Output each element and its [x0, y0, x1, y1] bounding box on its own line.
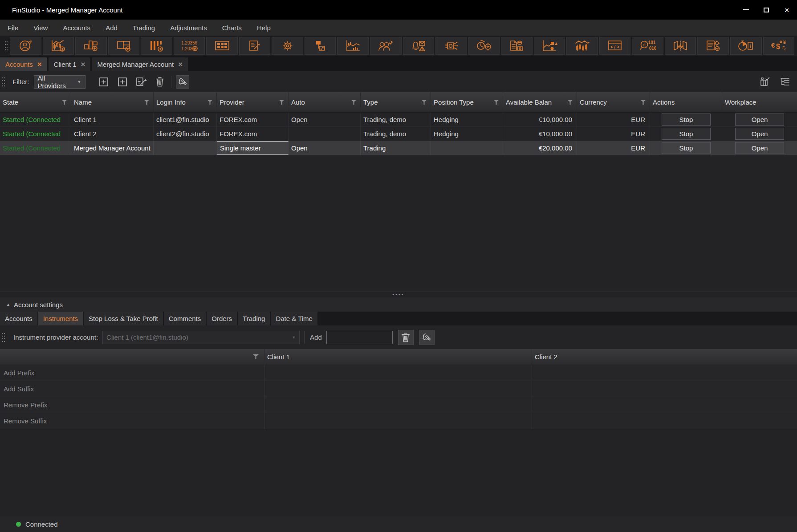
- open-workplace-button[interactable]: Open: [735, 128, 784, 140]
- cell-provider[interactable]: FOREX.com: [217, 127, 289, 141]
- code-editor-button[interactable]: < / >: [599, 37, 631, 55]
- new-chart-button[interactable]: [43, 37, 74, 55]
- new-workspace-button[interactable]: [108, 37, 140, 55]
- table-view-button[interactable]: [206, 37, 238, 55]
- settings-tab-accounts[interactable]: Accounts: [0, 312, 37, 325]
- instrument-rule-row[interactable]: Add Suffix: [0, 381, 797, 397]
- menu-trading[interactable]: Trading: [125, 20, 163, 36]
- column-header-rule[interactable]: [0, 349, 264, 365]
- cell-state[interactable]: Started (Connected: [0, 141, 71, 155]
- instrument-rule-row[interactable]: Remove Suffix: [0, 413, 797, 429]
- provider-toolbar-drag-handle[interactable]: [2, 332, 5, 343]
- provider-filter-dropdown[interactable]: All Providers ▼: [34, 75, 85, 89]
- cell-state[interactable]: Started (Connected: [0, 127, 71, 141]
- maximize-button[interactable]: [756, 0, 777, 20]
- column-header-position-type[interactable]: Position Type: [431, 92, 503, 112]
- menu-add[interactable]: Add: [98, 20, 125, 36]
- cell-position-type[interactable]: Hedging: [431, 113, 503, 126]
- filter-funnel-icon[interactable]: [640, 100, 646, 105]
- cell-currency[interactable]: EUR: [577, 113, 650, 126]
- settings-tab-date-time[interactable]: Date & Time: [271, 312, 317, 325]
- filter-funnel-icon[interactable]: [279, 100, 285, 105]
- open-workplace-button[interactable]: Open: [735, 142, 784, 154]
- add-account-button[interactable]: [97, 75, 110, 89]
- cell-position-type[interactable]: [431, 141, 503, 155]
- cell-type[interactable]: Trading: [361, 141, 431, 155]
- cell-login[interactable]: client1@fin.studio: [154, 113, 217, 126]
- cell-auto[interactable]: [289, 127, 361, 141]
- stop-button[interactable]: Stop: [662, 142, 711, 154]
- scheduler-button[interactable]: [468, 37, 500, 55]
- instrument-rule-row[interactable]: Add Prefix: [0, 365, 797, 381]
- filter-funnel-icon[interactable]: [351, 100, 357, 105]
- cell-available-balance[interactable]: €20,000.00: [503, 141, 577, 155]
- column-header-client-1[interactable]: Client 1: [264, 349, 532, 365]
- cell-name[interactable]: Merged Manager Account: [71, 141, 154, 155]
- collapse-triangle-icon[interactable]: ▲: [6, 302, 10, 307]
- cell-provider-focused[interactable]: Single master: [217, 141, 289, 155]
- column-header-type[interactable]: Type: [361, 92, 431, 112]
- toolbar-drag-handle[interactable]: [4, 41, 8, 51]
- org-structure-button[interactable]: [305, 37, 336, 55]
- column-header-name[interactable]: Name: [71, 92, 154, 112]
- add-instrument-input[interactable]: [326, 331, 393, 344]
- open-workplace-button[interactable]: Open: [735, 114, 784, 126]
- reports-button[interactable]: [501, 37, 533, 55]
- instrument-tools-button[interactable]: [419, 330, 435, 345]
- column-header-provider[interactable]: Provider: [217, 92, 289, 112]
- minimize-button[interactable]: [736, 0, 756, 20]
- delete-instrument-button[interactable]: [398, 330, 414, 345]
- instrument-provider-dropdown[interactable]: Client 1 (client1@fin.studio) ▼: [102, 331, 300, 344]
- settings-tab-stop-loss-take-profit[interactable]: Stop Loss & Take Profit: [84, 312, 163, 325]
- delete-account-button[interactable]: [153, 75, 167, 89]
- search-data-button[interactable]: €101010: [632, 37, 663, 55]
- cell-login[interactable]: [154, 141, 217, 155]
- menu-charts[interactable]: Charts: [215, 20, 249, 36]
- column-header-state[interactable]: State: [0, 92, 71, 112]
- column-header-actions[interactable]: Actions: [650, 92, 722, 112]
- rule-value-client-1[interactable]: [264, 365, 532, 381]
- column-chooser-button[interactable]: [759, 75, 772, 89]
- tab-accounts-close-icon[interactable]: ×: [37, 61, 42, 68]
- currency-converter-button[interactable]: €$¥Fc: [763, 37, 795, 55]
- filter-funnel-icon[interactable]: [144, 100, 150, 105]
- settings-button[interactable]: [272, 37, 303, 55]
- cell-state[interactable]: Started (Connected: [0, 113, 71, 126]
- rule-value-client-2[interactable]: [532, 381, 797, 397]
- stop-button[interactable]: Stop: [662, 114, 711, 126]
- settings-tab-instruments[interactable]: Instruments: [38, 312, 83, 325]
- rule-value-client-1[interactable]: [264, 397, 532, 413]
- market-watch-button[interactable]: [337, 37, 369, 55]
- cell-login[interactable]: client2@fin.studio: [154, 127, 217, 141]
- filter-funnel-icon[interactable]: [61, 100, 67, 105]
- account-row-client-1[interactable]: Started (Connected Client 1 client1@fin.…: [0, 113, 797, 127]
- settings-tab-comments[interactable]: Comments: [164, 312, 206, 325]
- journal-book-button[interactable]: [665, 37, 696, 55]
- new-columns-button[interactable]: [141, 37, 172, 55]
- group-panel-button[interactable]: [778, 75, 792, 89]
- filter-funnel-icon[interactable]: [421, 100, 427, 105]
- edit-account-button[interactable]: [134, 75, 148, 89]
- panel-splitter[interactable]: ••••: [0, 292, 797, 297]
- column-header-currency[interactable]: Currency: [577, 92, 650, 112]
- rule-value-client-2[interactable]: [532, 365, 797, 381]
- task-settings-button[interactable]: [697, 37, 729, 55]
- account-row-merged-manager[interactable]: Started (Connected Merged Manager Accoun…: [0, 141, 797, 155]
- rule-value-client-1[interactable]: [264, 381, 532, 397]
- tab-accounts[interactable]: Accounts ×: [0, 57, 47, 71]
- cell-auto[interactable]: Open: [289, 141, 361, 155]
- cell-available-balance[interactable]: €10,000.00: [503, 113, 577, 126]
- edit-notes-button[interactable]: [239, 37, 271, 55]
- filter-toolbar-drag-handle[interactable]: [2, 77, 5, 87]
- column-header-login-info[interactable]: Login Info: [154, 92, 217, 112]
- algo-chip-button[interactable]: [435, 37, 467, 55]
- instrument-rule-row[interactable]: Remove Prefix: [0, 397, 797, 413]
- new-layout-button[interactable]: [75, 37, 107, 55]
- cell-provider[interactable]: FOREX.com: [217, 113, 289, 126]
- rule-value-client-2[interactable]: [532, 397, 797, 413]
- add-merged-account-button[interactable]: [116, 75, 129, 89]
- menu-help[interactable]: Help: [249, 20, 278, 36]
- cell-currency[interactable]: EUR: [577, 141, 650, 155]
- cell-name[interactable]: Client 1: [71, 113, 154, 126]
- cell-available-balance[interactable]: €10,000.00: [503, 127, 577, 141]
